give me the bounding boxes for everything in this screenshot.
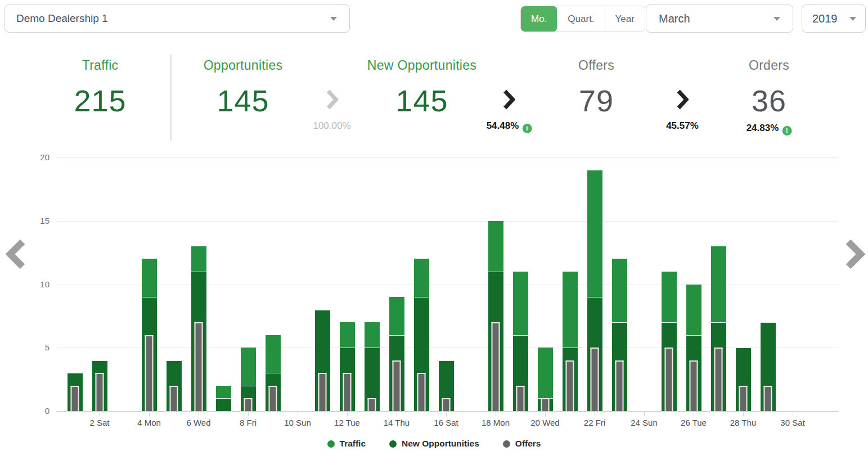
- bar-segment-offers: [269, 386, 277, 411]
- bar-day-22[interactable]: [587, 170, 602, 411]
- bar-segment-offers: [96, 373, 104, 411]
- chevron-right-icon: [326, 89, 338, 110]
- legend-dot-traffic: [327, 440, 335, 448]
- y-axis-tick-label: 20: [27, 152, 50, 162]
- x-axis-tick-label: 2 Sat: [75, 418, 124, 427]
- bar-day-7[interactable]: [216, 386, 231, 411]
- x-axis-tick: [793, 412, 793, 416]
- bar-day-1[interactable]: [68, 373, 83, 411]
- bar-segment-offers: [145, 335, 154, 411]
- x-axis-tick: [298, 412, 298, 416]
- period-toggle-month[interactable]: Mo.: [521, 6, 557, 31]
- x-axis-tick: [743, 412, 744, 416]
- x-axis-tick-label: 24 Sun: [619, 418, 669, 427]
- bar-day-12[interactable]: [340, 322, 355, 411]
- bar-day-20[interactable]: [538, 348, 553, 411]
- bar-day-6[interactable]: [191, 246, 206, 411]
- legend-dot-offers: [503, 440, 510, 448]
- bar-day-25[interactable]: [662, 272, 677, 411]
- y-axis-tick-label: 15: [27, 216, 50, 226]
- bar-day-11[interactable]: [315, 310, 330, 411]
- legend-item-new-opportunities[interactable]: New Opportunities: [389, 439, 479, 449]
- kpi-offers-value: 79: [578, 83, 614, 118]
- bar-day-26[interactable]: [686, 285, 701, 412]
- period-toggle-year[interactable]: Year: [605, 6, 645, 31]
- month-dropdown[interactable]: March: [646, 4, 793, 33]
- y-axis-tick-label: 10: [27, 279, 50, 289]
- bar-segment-offers: [170, 386, 178, 411]
- chart-plot: [56, 157, 838, 411]
- x-axis-tick-label: 20 Wed: [520, 418, 570, 427]
- x-axis-tick: [199, 412, 199, 416]
- bar-day-29[interactable]: [761, 322, 776, 411]
- dealership-dropdown-value: Demo Dealership 1: [16, 12, 108, 25]
- legend-item-traffic[interactable]: Traffic: [327, 439, 366, 449]
- bar-day-18[interactable]: [488, 221, 503, 411]
- info-icon[interactable]: i: [782, 126, 791, 136]
- kpi-opportunities: Opportunities 145: [204, 58, 283, 118]
- conversion-offers: 54.48%i: [487, 89, 532, 133]
- bar-segment-offers: [318, 373, 327, 411]
- bar-day-13[interactable]: [365, 322, 380, 411]
- bar-segment-offers: [541, 398, 550, 411]
- bar-day-19[interactable]: [513, 272, 528, 411]
- dealership-dropdown[interactable]: Demo Dealership 1: [5, 4, 350, 33]
- bar-segment-offers: [492, 322, 500, 411]
- kpi-offers: Offers 79: [578, 58, 614, 118]
- bar-day-9[interactable]: [266, 335, 281, 411]
- kpi-new-opportunities: New Opportunities 145: [367, 58, 476, 118]
- bar-day-16[interactable]: [439, 360, 454, 411]
- next-period-arrow[interactable]: [845, 238, 867, 270]
- bar-day-21[interactable]: [563, 272, 578, 411]
- bar-segment-offers: [244, 398, 253, 411]
- kpi-orders-value: 36: [746, 83, 792, 118]
- daily-funnel-chart: 05101520 2 Sat4 Mon6 Wed8 Fri10 Sun12 Tu…: [0, 145, 868, 460]
- bar-day-28[interactable]: [736, 348, 751, 411]
- x-axis-tick-label: 30 Sat: [768, 418, 817, 427]
- kpi-orders: Orders 36 24.83%i: [746, 58, 792, 136]
- period-toggle-quarter[interactable]: Quart.: [557, 6, 604, 31]
- bar-day-5[interactable]: [167, 360, 182, 411]
- x-axis-tick: [397, 412, 397, 416]
- y-axis-tick-label: 0: [27, 406, 50, 416]
- info-icon[interactable]: i: [522, 124, 532, 133]
- legend-item-offers[interactable]: Offers: [503, 439, 541, 449]
- bar-segment-offers: [393, 360, 401, 411]
- bar-segment-offers: [591, 348, 599, 411]
- y-axis-tick-label: 5: [27, 342, 50, 352]
- bar-day-27[interactable]: [711, 246, 726, 411]
- bar-day-2[interactable]: [92, 360, 107, 411]
- x-axis-tick-label: 4 Mon: [124, 418, 174, 427]
- conversion-orders: 45.57%: [666, 89, 699, 132]
- conversion-percent: 100.00%: [313, 120, 350, 132]
- bar-day-23[interactable]: [612, 259, 627, 411]
- bar-segment-offers: [343, 373, 352, 411]
- bar-day-8[interactable]: [241, 348, 256, 411]
- chevron-down-icon: [849, 17, 856, 21]
- bar-segment-offers: [615, 360, 624, 411]
- bar-day-4[interactable]: [142, 259, 157, 411]
- bar-segment-offers: [368, 398, 376, 411]
- bar-day-14[interactable]: [389, 297, 404, 411]
- x-axis-tick: [446, 412, 447, 416]
- kpi-traffic-label: Traffic: [74, 58, 126, 73]
- bar-segment-offers: [665, 348, 673, 411]
- x-axis-tick: [496, 412, 496, 416]
- x-axis-tick: [694, 412, 694, 416]
- chevron-left-icon: [3, 238, 26, 270]
- bar-segment-offers: [764, 386, 772, 411]
- x-axis-tick: [595, 412, 595, 416]
- bar-segment-offers: [566, 360, 574, 411]
- conversion-opportunities: 100.00%: [313, 89, 350, 132]
- year-dropdown-value: 2019: [812, 12, 838, 25]
- year-dropdown[interactable]: 2019: [802, 4, 866, 33]
- x-axis-tick-label: 16 Sat: [421, 418, 471, 427]
- x-axis-tick-label: 18 Mon: [471, 418, 520, 427]
- x-axis-tick-label: 28 Thu: [718, 418, 768, 427]
- bar-day-15[interactable]: [414, 259, 429, 411]
- x-axis-tick-label: 14 Thu: [372, 418, 421, 427]
- x-axis-tick-label: 12 Tue: [322, 418, 372, 427]
- x-axis-tick: [149, 412, 150, 416]
- kpi-divider: [170, 55, 172, 141]
- previous-period-arrow[interactable]: [3, 238, 26, 270]
